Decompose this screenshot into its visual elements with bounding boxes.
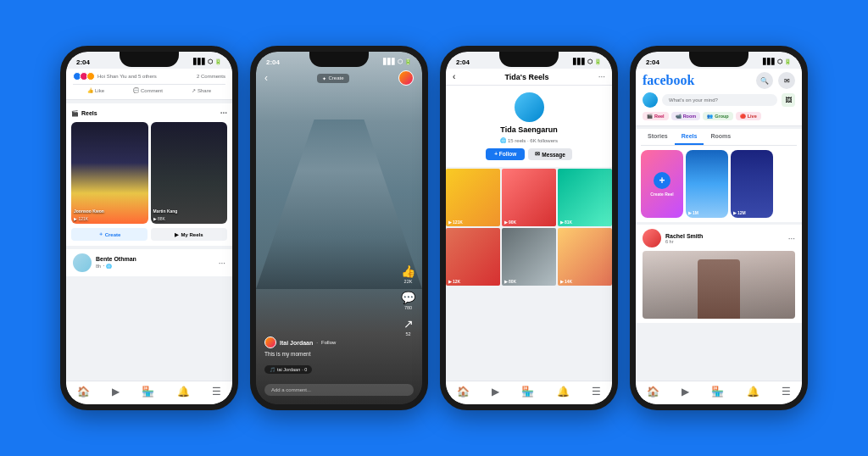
tab-reels[interactable]: Reels <box>675 129 704 145</box>
back-arrow-icon[interactable]: ‹ <box>453 72 455 81</box>
my-reels-btn[interactable]: ▶ My Reels <box>151 228 227 241</box>
like-bar: 👍 Like 💬 Comment ↗ Share <box>73 84 225 96</box>
reel-create-btn[interactable]: ✦ Create <box>317 74 348 83</box>
reel-follow-btn[interactable]: Follow <box>321 340 336 345</box>
phone1-header: Hoi Shan Yiu and 5 others 2 Comments 👍 L… <box>66 69 232 100</box>
story-card-2[interactable]: ▶ 12M <box>731 150 773 218</box>
profile-name: Tida Saengarun <box>500 125 557 134</box>
profile-reel-1[interactable]: ▶ 121K <box>446 169 500 226</box>
reel-share-action[interactable]: ↗ 52 <box>403 317 414 336</box>
profile-section: Tida Saengarun 🌐 15 reels · 6K followers… <box>446 86 612 167</box>
live-action-btn[interactable]: 🔴 Live <box>736 112 761 120</box>
reel-poster-avatar <box>264 336 276 348</box>
nav3-home-icon[interactable]: 🏠 <box>457 386 470 398</box>
reel2-count: ▶ 88K <box>153 216 165 221</box>
nav4-video-icon[interactable]: ▶ <box>682 386 689 398</box>
time-1: 2:04 <box>76 58 90 66</box>
profile-reel-4[interactable]: ▶ 12K <box>446 228 500 286</box>
post-meta-1: 8h · 🌐 <box>96 262 214 270</box>
create-reel-plus-icon: + <box>654 172 670 189</box>
profile-sub-text: 15 reels · 6K followers <box>508 138 558 143</box>
post-dots-icon[interactable]: ··· <box>219 259 225 268</box>
reel-thumb-1[interactable]: Joonsoo Kwon ▶ 121K <box>71 122 148 224</box>
notch-4 <box>689 52 748 67</box>
profile-reel-6[interactable]: ▶ 14K <box>558 228 612 286</box>
nav4-bell-icon[interactable]: 🔔 <box>747 386 760 398</box>
profile-reel-3[interactable]: ▶ 81K <box>558 169 612 226</box>
message-btn[interactable]: ✉ Message <box>528 148 571 160</box>
profile-reel-5[interactable]: ▶ 80K <box>502 228 556 286</box>
nav4-menu-icon[interactable]: ☰ <box>782 386 791 398</box>
fb-poster-avatar <box>643 229 661 247</box>
profile-buttons: + Follow ✉ Message <box>486 148 572 160</box>
comment-btn[interactable]: 💬 Comment <box>133 87 163 93</box>
reels-header: 🎬 Reels ··· <box>71 108 227 118</box>
fb-post-dots-icon[interactable]: ··· <box>788 234 795 243</box>
status-icons-1: ▋▋▋ ⬡ 🔋 <box>193 58 222 65</box>
reel-thumb-2[interactable]: Martin Kang ▶ 88K <box>151 122 228 224</box>
reel-like-action[interactable]: 👍 22K <box>401 264 415 284</box>
time-2: 2:04 <box>266 58 280 66</box>
reel-comment-bar[interactable]: Add a comment... <box>264 384 414 396</box>
stories-tabs: Stories Reels Rooms + Create Reel ▶ 1M ▶… <box>636 129 802 222</box>
reel-share-count: 52 <box>405 331 410 336</box>
nav4-marketplace-icon[interactable]: 🏪 <box>711 386 724 398</box>
like-btn[interactable]: 👍 Like <box>87 87 104 93</box>
profile-sub: 🌐 15 reels · 6K followers <box>500 137 558 143</box>
nav3-video-icon[interactable]: ▶ <box>492 386 499 398</box>
phone3-header: ‹ Tida's Reels ··· <box>446 69 612 86</box>
reel-comment-action[interactable]: 💬 780 <box>401 291 415 310</box>
create-reel-card[interactable]: + Create Reel <box>641 150 683 218</box>
notch-1 <box>120 52 179 67</box>
search-icon[interactable]: 🔍 <box>756 72 773 89</box>
nav-menu-icon[interactable]: ☰ <box>212 386 221 398</box>
comment-placeholder: Add a comment... <box>271 387 311 392</box>
tab-rooms[interactable]: Rooms <box>704 129 737 145</box>
nav3-bell-icon[interactable]: 🔔 <box>557 386 570 398</box>
time-3: 2:04 <box>456 58 470 66</box>
post-item-1: Bente Othman 8h · 🌐 ··· <box>66 249 232 276</box>
nav-home-icon[interactable]: 🏠 <box>77 386 90 398</box>
group-action-btn[interactable]: 👥 Group <box>703 112 733 120</box>
reaction-text: Hoi Shan Yiu and 5 others <box>97 74 157 79</box>
messenger-icon[interactable]: ✉ <box>778 72 795 89</box>
nav3-marketplace-icon[interactable]: 🏪 <box>521 386 534 398</box>
reel-caption: This is my moment <box>264 351 380 357</box>
phone-1: 2:04 ▋▋▋ ⬡ 🔋 Hoi Shan Yiu <box>60 46 238 410</box>
reel-back-btn[interactable]: ‹ <box>264 72 268 84</box>
post-avatar-1 <box>73 253 92 272</box>
whats-on-mind: What's on your mind? 🖼 <box>643 92 795 108</box>
whats-on-mind-input[interactable]: What's on your mind? <box>662 94 777 106</box>
reaction-avatar-3 <box>86 72 95 81</box>
reel-top-nav: ‹ ✦ Create <box>256 69 422 87</box>
fb-post-person <box>698 259 740 319</box>
create-reel-btn[interactable]: ＋ Create <box>71 228 147 241</box>
phones-container: 2:04 ▋▋▋ ⬡ 🔋 Hoi Shan Yiu <box>43 29 825 427</box>
nav-bell-icon[interactable]: 🔔 <box>177 386 190 398</box>
photo-icon[interactable]: 🖼 <box>782 93 795 107</box>
reel2-creator: Martin Kang <box>153 209 178 214</box>
story-card-1[interactable]: ▶ 1M <box>686 150 728 218</box>
reel-bottom-info: Itai Jordaan · Follow This is my moment … <box>264 336 380 375</box>
tab-stories[interactable]: Stories <box>641 129 675 145</box>
nav3-menu-icon[interactable]: ☰ <box>592 386 601 398</box>
reel-action-btn[interactable]: 🎬 Reel <box>643 112 669 120</box>
follow-btn[interactable]: + Follow <box>486 148 525 160</box>
fb-post-section: Rachel Smith 6 hr ··· <box>636 225 802 323</box>
create-reel-label: Create Reel <box>650 192 674 197</box>
nav-video-icon[interactable]: ▶ <box>112 386 120 398</box>
profile-reel-2[interactable]: ▶ 90K <box>502 169 556 226</box>
reels-dots-icon[interactable]: ··· <box>220 108 227 118</box>
fb-logo: facebook <box>643 73 694 88</box>
room-action-btn[interactable]: 📹 Room <box>671 112 701 120</box>
share-btn[interactable]: ↗ Share <box>192 87 211 93</box>
fb-poster-meta: 6 hr <box>665 239 784 244</box>
reaction-avatars <box>73 72 95 81</box>
nav-marketplace-icon[interactable]: 🏪 <box>142 386 154 398</box>
notch-3 <box>499 52 559 67</box>
reels-label: Reels <box>81 110 97 116</box>
bottom-nav-4: 🏠 ▶ 🏪 🔔 ☰ <box>636 381 802 404</box>
reel-tag-pill[interactable]: 🎵 tai Jordaan · 0 <box>264 365 312 374</box>
header-dots-icon[interactable]: ··· <box>598 72 605 81</box>
nav4-home-icon[interactable]: 🏠 <box>647 386 659 398</box>
